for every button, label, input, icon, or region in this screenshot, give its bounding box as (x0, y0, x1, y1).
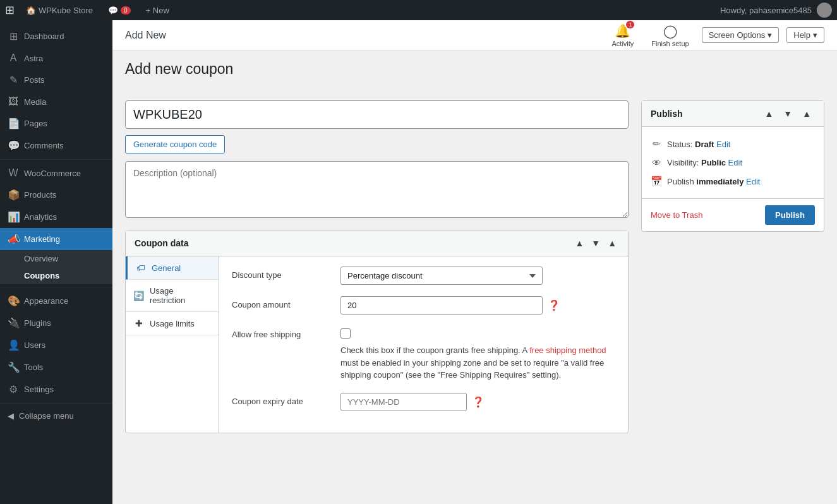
sidebar-item-overview[interactable]: Overview (0, 250, 112, 267)
collapse-icon: ◀ (8, 411, 14, 421)
page-content: Generate coupon code Coupon data ▲ ▼ ▲ (112, 88, 837, 504)
sidebar-item-comments[interactable]: 💬 Comments (0, 135, 112, 157)
sidebar: ⊞ Dashboard A Astra ✎ Posts 🖼 Media 📄 Pa… (0, 20, 112, 504)
free-shipping-link[interactable]: free shipping method (529, 345, 606, 355)
allow-free-shipping-row: Allow free shipping Check this box if th… (232, 326, 615, 381)
status-value: Draft (695, 140, 714, 149)
publish-controls: ▲ ▼ ▲ (761, 107, 815, 120)
adminbar-site-link[interactable]: 🏠 WPKube Store (22, 0, 97, 20)
visibility-edit-link[interactable]: Edit (728, 158, 742, 167)
calendar-icon: 📅 (651, 176, 662, 187)
screen-options-button[interactable]: Screen Options ▾ (702, 27, 780, 43)
sidebar-item-users[interactable]: 👤 Users (0, 334, 112, 356)
main-content: Add New 🔔 1 Activity ◯ Finish setup Scre… (112, 20, 837, 504)
panel-close-btn[interactable]: ▲ (605, 237, 619, 249)
main-column: Generate coupon code Coupon data ▲ ▼ ▲ (125, 100, 629, 491)
generate-coupon-button[interactable]: Generate coupon code (125, 135, 225, 153)
sidebar-item-tools[interactable]: 🔧 Tools (0, 356, 112, 378)
coupon-amount-input[interactable] (340, 296, 543, 315)
coupon-amount-label: Coupon amount (232, 296, 333, 309)
page-title: Add new coupon (112, 51, 837, 78)
visibility-icon: 👁 (651, 157, 662, 168)
discount-type-row: Discount type Percentage discount Fixed … (232, 267, 615, 285)
publish-time-edit-link[interactable]: Edit (746, 177, 760, 186)
sidebar-item-media[interactable]: 🖼 Media (0, 91, 112, 112)
sidebar-item-dashboard[interactable]: ⊞ Dashboard (0, 25, 112, 47)
tab-general[interactable]: 🏷 General (126, 256, 219, 280)
help-button[interactable]: Help ▾ (786, 27, 824, 43)
coupon-amount-help-icon[interactable]: ❓ (548, 299, 560, 311)
side-column: Publish ▲ ▼ ▲ ✏ Status: Draft Edit (641, 100, 824, 491)
analytics-icon: 📊 (8, 211, 19, 223)
status-edit-link[interactable]: Edit (716, 140, 730, 149)
visibility-row: 👁 Visibility: Public Edit (651, 153, 815, 172)
expiry-date-field: ❓ (340, 393, 615, 411)
panel-down-btn[interactable]: ▼ (589, 237, 603, 249)
users-icon: 👤 (8, 339, 19, 351)
general-tab-icon: 🏷 (135, 263, 147, 273)
panel-up-btn[interactable]: ▲ (572, 237, 586, 249)
discount-type-field: Percentage discount Fixed cart discount … (340, 267, 615, 285)
sidebar-item-coupons[interactable]: Coupons (0, 267, 112, 284)
user-avatar[interactable] (817, 3, 832, 18)
coupon-expiry-row: Coupon expiry date ❓ (232, 393, 615, 411)
coupon-data-panel: Coupon data ▲ ▼ ▲ 🏷 General (125, 230, 629, 433)
publish-up-btn[interactable]: ▲ (761, 107, 777, 120)
sidebar-item-plugins[interactable]: 🔌 Plugins (0, 312, 112, 334)
help-chevron-icon: ▾ (813, 30, 817, 40)
expiry-help-icon[interactable]: ❓ (472, 396, 485, 408)
description-textarea[interactable] (125, 161, 629, 218)
menu-separator-1 (0, 159, 112, 160)
finish-setup-icon: ◯ (663, 23, 677, 39)
activity-button[interactable]: 🔔 1 Activity (606, 21, 639, 50)
expiry-date-input[interactable] (340, 393, 467, 411)
collapse-menu-btn[interactable]: ◀ Collapse menu (0, 406, 112, 426)
woocommerce-icon: W (8, 167, 19, 179)
adminbar-right: Howdy, pahasemice5485 (720, 3, 832, 18)
adminbar-comments[interactable]: 💬 0 (104, 0, 135, 20)
adminbar-new[interactable]: + New (142, 0, 173, 20)
breadcrumb: Add New (125, 30, 166, 41)
coupon-amount-row: Coupon amount ❓ (232, 296, 615, 315)
finish-setup-button[interactable]: ◯ Finish setup (646, 21, 694, 50)
discount-type-select[interactable]: Percentage discount Fixed cart discount … (340, 267, 543, 285)
media-icon: 🖼 (8, 96, 19, 107)
usage-limits-icon: ✚ (133, 318, 145, 328)
free-shipping-field: Check this box if the coupon grants free… (340, 326, 615, 381)
sidebar-item-pages[interactable]: 📄 Pages (0, 112, 112, 135)
tools-icon: 🔧 (8, 361, 19, 373)
tab-usage-restriction[interactable]: 🔄 Usage restriction (126, 280, 219, 312)
general-tab-content: Discount type Percentage discount Fixed … (219, 256, 628, 433)
free-shipping-checkbox[interactable] (340, 328, 351, 339)
publish-time-row: 📅 Publish immediately Edit (651, 172, 815, 191)
coupon-code-input[interactable] (125, 100, 629, 129)
sidebar-item-woocommerce[interactable]: W WooCommerce (0, 162, 112, 184)
publish-footer: Move to Trash Publish (642, 198, 824, 231)
discount-type-label: Discount type (232, 267, 333, 280)
dashboard-icon: ⊞ (8, 30, 19, 42)
coupon-tabs: 🏷 General 🔄 Usage restriction ✚ Usage li… (126, 256, 219, 433)
sidebar-item-analytics[interactable]: 📊 Analytics (0, 206, 112, 228)
tab-usage-limits[interactable]: ✚ Usage limits (126, 312, 219, 335)
publish-title: Publish (651, 109, 683, 119)
coupon-amount-field: ❓ (340, 296, 615, 315)
sidebar-item-posts[interactable]: ✎ Posts (0, 69, 112, 91)
sidebar-item-products[interactable]: 📦 Products (0, 184, 112, 206)
visibility-value: Public (701, 158, 726, 167)
comments-icon: 💬 (8, 140, 19, 152)
publish-button[interactable]: Publish (765, 205, 815, 225)
appearance-icon: 🎨 (8, 295, 19, 307)
coupon-data-title: Coupon data (135, 238, 189, 248)
settings-icon: ⚙ (8, 383, 19, 395)
sidebar-item-astra[interactable]: A Astra (0, 47, 112, 69)
sidebar-item-settings[interactable]: ⚙ Settings (0, 378, 112, 400)
sidebar-item-appearance[interactable]: 🎨 Appearance (0, 290, 112, 312)
publish-body: ✏ Status: Draft Edit 👁 Visibility: Publi… (642, 127, 824, 198)
coupon-data-header: Coupon data ▲ ▼ ▲ (126, 231, 628, 256)
move-to-trash-link[interactable]: Move to Trash (651, 210, 702, 220)
publish-box: Publish ▲ ▼ ▲ ✏ Status: Draft Edit (641, 100, 824, 232)
publish-close-btn[interactable]: ▲ (798, 107, 815, 120)
wp-logo[interactable]: ⊞ (5, 3, 15, 17)
publish-down-btn[interactable]: ▼ (780, 107, 796, 120)
sidebar-item-marketing[interactable]: 📣 Marketing (0, 228, 112, 250)
